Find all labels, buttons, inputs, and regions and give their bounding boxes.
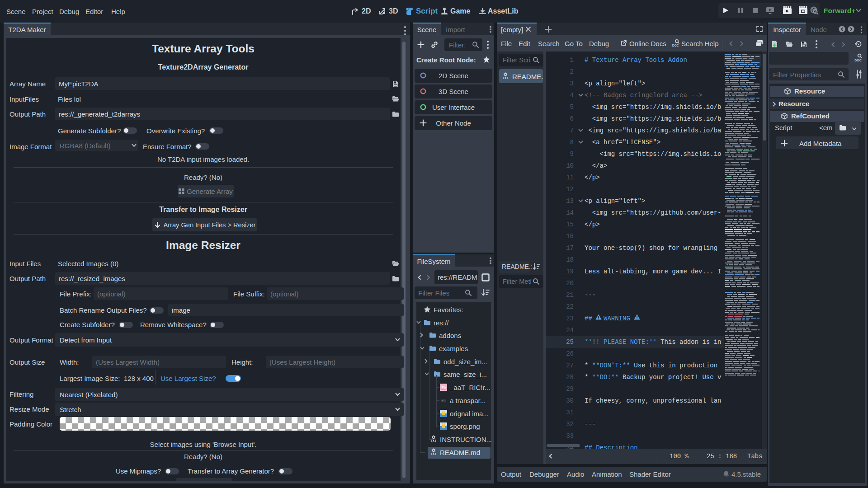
svg-text:TXT: TXT [431, 439, 436, 442]
svg-text:TXT: TXT [431, 452, 436, 455]
svg-text:DOC: DOC [854, 59, 862, 62]
svg-text:DOC: DOC [672, 44, 679, 47]
svg-text:TXT: TXT [503, 76, 508, 80]
